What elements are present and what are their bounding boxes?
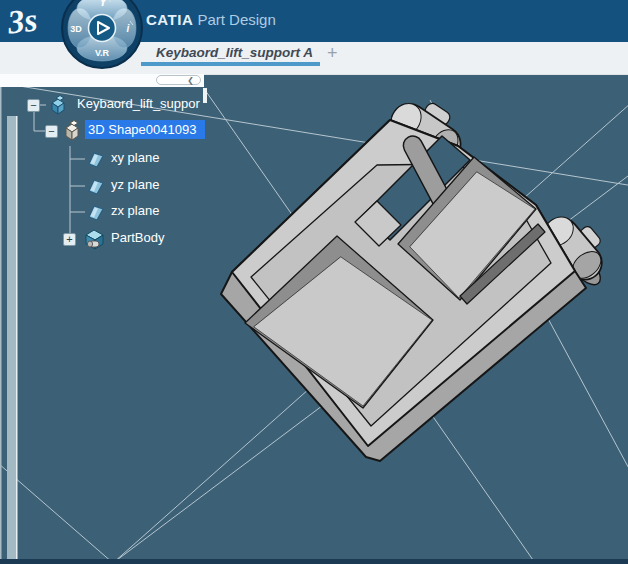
dassault-3ds-logo: 3s [6,0,58,44]
tree-item-root[interactable]: Keybaord_lift_suppor [77,96,200,111]
expander-root[interactable]: − [27,99,40,112]
application-window: − Keybaord_lift_suppor − 3D Shape0041093 [0,0,628,564]
partbody-icon [81,227,109,252]
tree-item-zx-plane[interactable]: zx plane [111,203,159,218]
collapse-tree-button[interactable]: ❮ [156,75,201,85]
product-icon [46,94,70,116]
tab-active-document[interactable]: Keybaord_lift_support A [156,45,313,60]
workbench-name: Part Design [197,11,275,28]
app-title: CATIA Part Design [146,11,276,28]
expander-partbody[interactable]: + [63,233,76,246]
active-tab-underline [141,62,320,66]
plane-icon [86,177,106,196]
tree-header-strip: ❮ [0,74,204,87]
compass-west-label[interactable]: 3D [70,24,82,34]
expander-3d-shape[interactable]: − [45,125,58,138]
compass-east-label[interactable]: i [127,23,130,34]
tree-item-yz-plane[interactable]: yz plane [111,177,159,192]
shape-icon [61,119,85,142]
tree-item-3d-shape[interactable]: 3D Shape0041093 [85,120,205,139]
tree-item-xy-plane[interactable]: xy plane [111,150,159,165]
compass-center[interactable] [89,15,116,42]
plane-icon [86,203,106,222]
3dexperience-compass[interactable]: Y 3D i V.R [56,0,148,72]
bottom-status-bar [0,559,628,564]
tree-item-partbody[interactable]: PartBody [111,230,164,245]
plane-icon [86,150,106,169]
app-name: CATIA [146,11,193,28]
compass-south-label[interactable]: V.R [95,48,110,58]
compass-north-label[interactable]: Y [99,0,108,9]
new-tab-button[interactable]: + [327,43,338,64]
chevron-left-icon: ❮ [187,76,194,85]
